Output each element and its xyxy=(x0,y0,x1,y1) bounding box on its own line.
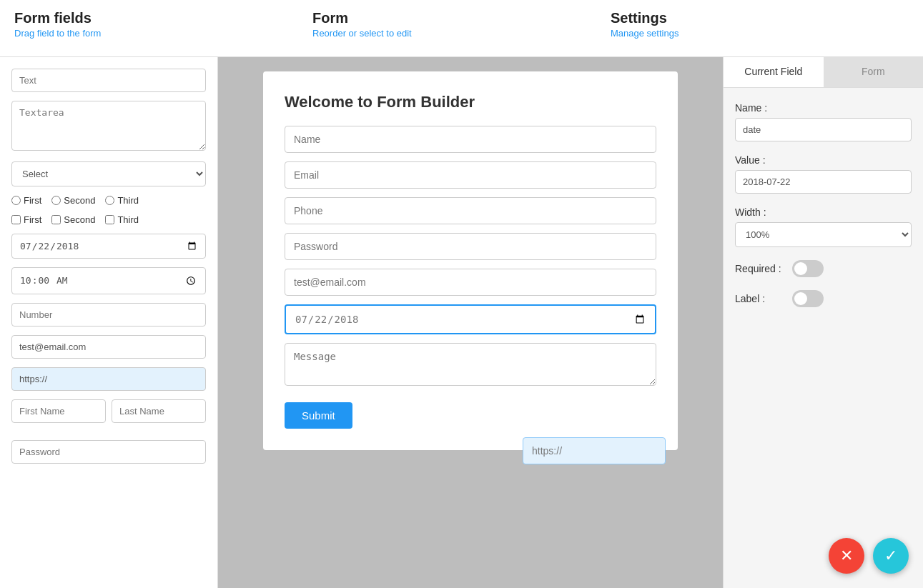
form-card-title: Welcome to Form Builder xyxy=(285,93,656,111)
form-name-field xyxy=(285,126,656,153)
center-panel: Welcome to Form Builder https:// xyxy=(218,57,723,588)
form-date-field xyxy=(285,304,656,334)
form-phone-input[interactable] xyxy=(285,197,656,224)
form-phone-field xyxy=(285,197,656,224)
form-subtitle: Reorder or select to edit xyxy=(312,28,611,39)
tab-current-field[interactable]: Current Field xyxy=(724,57,824,87)
form-password-input[interactable] xyxy=(285,233,656,260)
form-card: Welcome to Form Builder https:// xyxy=(263,71,678,450)
textarea-field[interactable] xyxy=(11,101,206,151)
settings-required-toggle[interactable] xyxy=(792,260,824,277)
header-center: Form Reorder or select to edit xyxy=(312,10,611,39)
tab-form[interactable]: Form xyxy=(824,57,924,87)
radio-third[interactable]: Third xyxy=(105,195,139,206)
settings-label-label: Label : xyxy=(735,293,785,304)
form-password-field xyxy=(285,233,656,260)
cancel-button[interactable]: ✕ xyxy=(829,538,864,574)
form-email2-field xyxy=(285,269,656,296)
label-slider xyxy=(792,290,824,307)
form-fields-title: Form fields xyxy=(14,10,312,26)
settings-name-row: Name : xyxy=(735,102,912,141)
date-field[interactable] xyxy=(11,234,206,259)
settings-width-label: Width : xyxy=(735,206,912,218)
url-field-left[interactable] xyxy=(11,367,206,391)
left-panel: Select First Second Third First Second T… xyxy=(0,57,218,588)
checkbox-second[interactable]: Second xyxy=(51,214,95,225)
password-field-left[interactable] xyxy=(11,440,206,464)
form-fields-subtitle: Drag field to the form xyxy=(14,28,312,39)
first-name-field[interactable] xyxy=(11,399,106,423)
settings-required-row: Required : xyxy=(735,260,912,277)
form-title: Form xyxy=(312,10,611,26)
form-message-field xyxy=(285,343,656,388)
settings-required-label: Required : xyxy=(735,263,785,274)
email-field-left[interactable] xyxy=(11,335,206,359)
settings-title: Settings xyxy=(611,10,909,26)
settings-label-row: Label : xyxy=(735,290,912,307)
settings-name-label: Name : xyxy=(735,102,912,114)
submit-button[interactable]: Submit xyxy=(285,402,352,429)
form-name-input[interactable] xyxy=(285,126,656,153)
settings-content: Name : Value : Width : 100% 75% 50% 25% … xyxy=(724,88,923,334)
settings-width-row: Width : 100% 75% 50% 25% xyxy=(735,206,912,247)
form-email-input[interactable] xyxy=(285,161,656,189)
bottom-actions: ✕ ✓ xyxy=(829,538,909,574)
main-layout: Select First Second Third First Second T… xyxy=(0,57,923,588)
checkbox-third[interactable]: Third xyxy=(105,214,139,225)
settings-tabs: Current Field Form xyxy=(724,57,923,88)
last-name-field[interactable] xyxy=(112,399,206,423)
radio-group: First Second Third xyxy=(11,195,206,206)
settings-value-label: Value : xyxy=(735,154,912,166)
settings-width-select[interactable]: 100% 75% 50% 25% xyxy=(735,222,912,247)
name-group xyxy=(11,399,206,432)
form-message-input[interactable] xyxy=(285,343,656,386)
settings-name-input[interactable] xyxy=(735,118,912,141)
settings-value-row: Value : xyxy=(735,154,912,194)
time-field[interactable] xyxy=(11,267,206,294)
radio-second[interactable]: Second xyxy=(51,195,95,206)
right-panel: Current Field Form Name : Value : Width … xyxy=(723,57,923,588)
settings-label-toggle[interactable] xyxy=(792,290,824,307)
top-header: Form fields Drag field to the form Form … xyxy=(0,0,923,57)
url-dropdown-text: https:// xyxy=(532,445,562,457)
radio-first[interactable]: First xyxy=(11,195,41,206)
settings-value-input[interactable] xyxy=(735,170,912,194)
header-right: Settings Manage settings xyxy=(611,10,909,39)
checkbox-first[interactable]: First xyxy=(11,214,41,225)
confirm-button[interactable]: ✓ xyxy=(873,538,909,574)
url-dropdown: https:// xyxy=(523,437,666,464)
select-field[interactable]: Select xyxy=(11,161,206,186)
number-field[interactable] xyxy=(11,303,206,327)
required-slider xyxy=(792,260,824,277)
form-date-input[interactable] xyxy=(285,304,656,334)
form-email2-input[interactable] xyxy=(285,269,656,296)
header-left: Form fields Drag field to the form xyxy=(14,10,312,39)
form-email-field xyxy=(285,161,656,189)
settings-subtitle: Manage settings xyxy=(611,28,909,39)
text-field[interactable] xyxy=(11,69,206,92)
checkbox-group: First Second Third xyxy=(11,214,206,225)
